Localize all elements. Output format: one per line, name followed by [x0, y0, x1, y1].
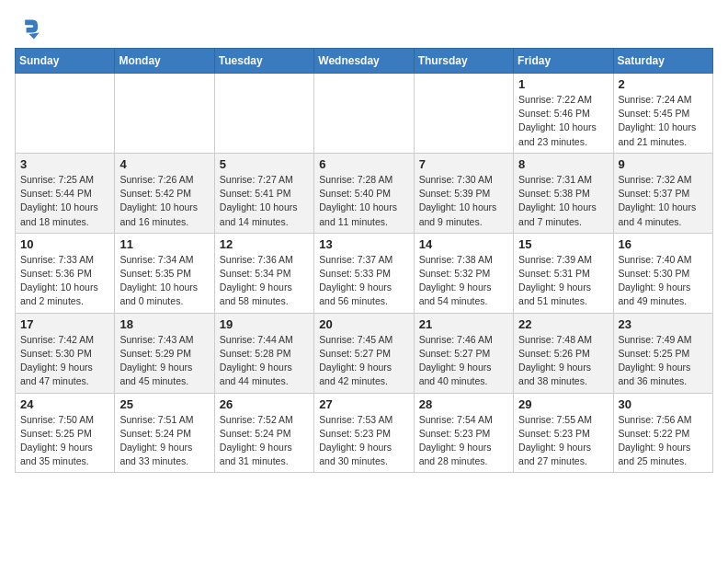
day-info: Sunrise: 7:49 AMSunset: 5:25 PMDaylight:…	[619, 333, 708, 389]
logo	[15, 15, 44, 40]
calendar-cell: 23Sunrise: 7:49 AMSunset: 5:25 PMDayligh…	[613, 313, 712, 393]
day-number: 14	[419, 237, 508, 251]
day-info: Sunrise: 7:52 AMSunset: 5:24 PMDaylight:…	[220, 413, 309, 469]
calendar-cell	[214, 74, 313, 154]
day-info: Sunrise: 7:45 AMSunset: 5:27 PMDaylight:…	[319, 333, 408, 389]
day-number: 29	[518, 397, 608, 411]
calendar-header: SundayMondayTuesdayWednesdayThursdayFrid…	[16, 49, 713, 74]
calendar-cell: 10Sunrise: 7:33 AMSunset: 5:36 PMDayligh…	[16, 233, 115, 313]
day-number: 19	[220, 317, 309, 331]
calendar-cell: 5Sunrise: 7:27 AMSunset: 5:41 PMDaylight…	[214, 153, 313, 233]
weekday-tuesday: Tuesday	[214, 49, 313, 74]
day-info: Sunrise: 7:44 AMSunset: 5:28 PMDaylight:…	[220, 333, 309, 389]
day-number: 1	[518, 77, 608, 91]
day-number: 3	[20, 157, 109, 171]
day-number: 20	[319, 317, 408, 331]
day-info: Sunrise: 7:50 AMSunset: 5:25 PMDaylight:…	[20, 413, 109, 469]
day-info: Sunrise: 7:46 AMSunset: 5:27 PMDaylight:…	[419, 333, 508, 389]
day-info: Sunrise: 7:54 AMSunset: 5:23 PMDaylight:…	[419, 413, 508, 469]
calendar-cell: 8Sunrise: 7:31 AMSunset: 5:38 PMDaylight…	[514, 153, 613, 233]
day-info: Sunrise: 7:39 AMSunset: 5:31 PMDaylight:…	[518, 253, 608, 309]
calendar-cell: 11Sunrise: 7:34 AMSunset: 5:35 PMDayligh…	[115, 233, 214, 313]
calendar-cell: 28Sunrise: 7:54 AMSunset: 5:23 PMDayligh…	[414, 393, 513, 473]
day-info: Sunrise: 7:25 AMSunset: 5:44 PMDaylight:…	[20, 173, 109, 229]
day-number: 7	[419, 157, 508, 171]
day-number: 5	[220, 157, 309, 171]
calendar-cell	[16, 74, 115, 154]
calendar-cell: 19Sunrise: 7:44 AMSunset: 5:28 PMDayligh…	[214, 313, 313, 393]
calendar-cell	[314, 74, 414, 154]
weekday-friday: Friday	[514, 49, 613, 74]
calendar-week-5: 24Sunrise: 7:50 AMSunset: 5:25 PMDayligh…	[16, 393, 713, 473]
calendar-cell: 25Sunrise: 7:51 AMSunset: 5:24 PMDayligh…	[115, 393, 214, 473]
weekday-sunday: Sunday	[16, 49, 115, 74]
day-info: Sunrise: 7:30 AMSunset: 5:39 PMDaylight:…	[419, 173, 508, 229]
day-number: 17	[20, 317, 109, 331]
day-info: Sunrise: 7:28 AMSunset: 5:40 PMDaylight:…	[319, 173, 408, 229]
calendar-cell: 21Sunrise: 7:46 AMSunset: 5:27 PMDayligh…	[414, 313, 513, 393]
weekday-header-row: SundayMondayTuesdayWednesdayThursdayFrid…	[16, 49, 713, 74]
day-number: 8	[518, 157, 608, 171]
day-number: 21	[419, 317, 508, 331]
calendar-body: 1Sunrise: 7:22 AMSunset: 5:46 PMDaylight…	[16, 74, 713, 473]
calendar-cell: 6Sunrise: 7:28 AMSunset: 5:40 PMDaylight…	[314, 153, 414, 233]
calendar-cell: 17Sunrise: 7:42 AMSunset: 5:30 PMDayligh…	[16, 313, 115, 393]
calendar-cell: 26Sunrise: 7:52 AMSunset: 5:24 PMDayligh…	[214, 393, 313, 473]
day-info: Sunrise: 7:42 AMSunset: 5:30 PMDaylight:…	[20, 333, 109, 389]
logo-icon	[15, 15, 40, 40]
day-info: Sunrise: 7:27 AMSunset: 5:41 PMDaylight:…	[220, 173, 309, 229]
day-number: 9	[619, 157, 708, 171]
page-header	[15, 15, 713, 40]
calendar-cell: 16Sunrise: 7:40 AMSunset: 5:30 PMDayligh…	[613, 233, 712, 313]
day-info: Sunrise: 7:36 AMSunset: 5:34 PMDaylight:…	[220, 253, 309, 309]
day-info: Sunrise: 7:32 AMSunset: 5:37 PMDaylight:…	[619, 173, 708, 229]
day-info: Sunrise: 7:31 AMSunset: 5:38 PMDaylight:…	[518, 173, 608, 229]
day-info: Sunrise: 7:34 AMSunset: 5:35 PMDaylight:…	[119, 253, 209, 309]
calendar-cell: 20Sunrise: 7:45 AMSunset: 5:27 PMDayligh…	[314, 313, 414, 393]
day-info: Sunrise: 7:38 AMSunset: 5:32 PMDaylight:…	[419, 253, 508, 309]
calendar-cell	[115, 74, 214, 154]
day-number: 4	[119, 157, 209, 171]
day-number: 13	[319, 237, 408, 251]
day-number: 2	[619, 77, 708, 91]
calendar-cell: 2Sunrise: 7:24 AMSunset: 5:45 PMDaylight…	[613, 74, 712, 154]
day-info: Sunrise: 7:48 AMSunset: 5:26 PMDaylight:…	[518, 333, 608, 389]
calendar-cell: 3Sunrise: 7:25 AMSunset: 5:44 PMDaylight…	[16, 153, 115, 233]
day-info: Sunrise: 7:37 AMSunset: 5:33 PMDaylight:…	[319, 253, 408, 309]
day-number: 28	[419, 397, 508, 411]
day-info: Sunrise: 7:51 AMSunset: 5:24 PMDaylight:…	[119, 413, 209, 469]
weekday-monday: Monday	[115, 49, 214, 74]
day-number: 23	[619, 317, 708, 331]
calendar-cell: 24Sunrise: 7:50 AMSunset: 5:25 PMDayligh…	[16, 393, 115, 473]
day-info: Sunrise: 7:33 AMSunset: 5:36 PMDaylight:…	[20, 253, 109, 309]
calendar-cell: 22Sunrise: 7:48 AMSunset: 5:26 PMDayligh…	[514, 313, 613, 393]
day-info: Sunrise: 7:40 AMSunset: 5:30 PMDaylight:…	[619, 253, 708, 309]
weekday-thursday: Thursday	[414, 49, 513, 74]
weekday-wednesday: Wednesday	[314, 49, 414, 74]
day-number: 12	[220, 237, 309, 251]
calendar-cell: 4Sunrise: 7:26 AMSunset: 5:42 PMDaylight…	[115, 153, 214, 233]
day-number: 6	[319, 157, 408, 171]
day-info: Sunrise: 7:56 AMSunset: 5:22 PMDaylight:…	[619, 413, 708, 469]
calendar-cell: 7Sunrise: 7:30 AMSunset: 5:39 PMDaylight…	[414, 153, 513, 233]
calendar-table: SundayMondayTuesdayWednesdayThursdayFrid…	[15, 48, 713, 473]
day-number: 11	[119, 237, 209, 251]
calendar-week-3: 10Sunrise: 7:33 AMSunset: 5:36 PMDayligh…	[16, 233, 713, 313]
day-number: 24	[20, 397, 109, 411]
calendar-cell: 1Sunrise: 7:22 AMSunset: 5:46 PMDaylight…	[514, 74, 613, 154]
day-info: Sunrise: 7:24 AMSunset: 5:45 PMDaylight:…	[619, 93, 708, 149]
day-info: Sunrise: 7:55 AMSunset: 5:23 PMDaylight:…	[518, 413, 608, 469]
day-number: 10	[20, 237, 109, 251]
weekday-saturday: Saturday	[613, 49, 712, 74]
calendar-cell: 30Sunrise: 7:56 AMSunset: 5:22 PMDayligh…	[613, 393, 712, 473]
day-info: Sunrise: 7:43 AMSunset: 5:29 PMDaylight:…	[119, 333, 209, 389]
calendar-cell	[414, 74, 513, 154]
calendar-week-1: 1Sunrise: 7:22 AMSunset: 5:46 PMDaylight…	[16, 74, 713, 154]
calendar-cell: 29Sunrise: 7:55 AMSunset: 5:23 PMDayligh…	[514, 393, 613, 473]
calendar-week-4: 17Sunrise: 7:42 AMSunset: 5:30 PMDayligh…	[16, 313, 713, 393]
day-info: Sunrise: 7:53 AMSunset: 5:23 PMDaylight:…	[319, 413, 408, 469]
calendar-cell: 27Sunrise: 7:53 AMSunset: 5:23 PMDayligh…	[314, 393, 414, 473]
day-number: 15	[518, 237, 608, 251]
day-number: 30	[619, 397, 708, 411]
calendar-cell: 13Sunrise: 7:37 AMSunset: 5:33 PMDayligh…	[314, 233, 414, 313]
